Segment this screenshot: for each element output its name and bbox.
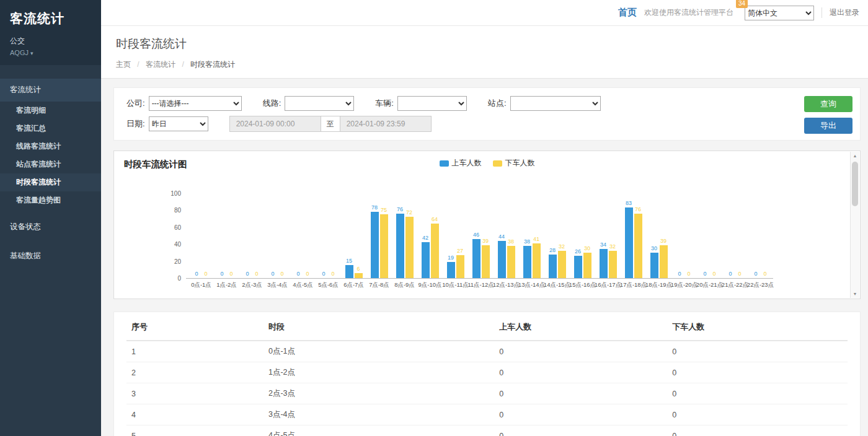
bar-value-label: 38	[524, 238, 530, 245]
bar[interactable]	[583, 253, 591, 278]
bar-value-label: 38	[508, 238, 514, 245]
bar[interactable]	[498, 241, 506, 278]
bar[interactable]	[507, 246, 515, 278]
chart-scrollbar[interactable]: ▲ ▼	[850, 152, 859, 298]
bar-value-label: 0	[296, 271, 299, 277]
bar-value-label: 64	[432, 216, 438, 223]
legend-item[interactable]: 上车人数	[440, 158, 482, 168]
bar[interactable]	[600, 249, 608, 278]
bar-group: 343216点-17点	[595, 194, 621, 278]
sidebar-header: 客流统计 公交 AQGJ ▾	[0, 0, 101, 65]
bar-group: 004点-5点	[290, 194, 316, 278]
language-select[interactable]: 简体中文	[745, 6, 814, 20]
table-cell: 2点-3点	[264, 383, 494, 404]
logout-link[interactable]: 退出登录	[822, 7, 859, 18]
x-tick-label: 11点-12点	[467, 281, 494, 289]
bar[interactable]	[447, 262, 455, 278]
bar[interactable]	[533, 243, 541, 278]
query-button[interactable]: 查询	[804, 96, 852, 112]
notification-badge[interactable]: 34	[736, 0, 748, 8]
table-cell: 0	[667, 383, 848, 404]
legend-label: 下车人数	[505, 158, 535, 168]
scroll-down-icon[interactable]: ▼	[851, 292, 859, 296]
breadcrumb-separator: /	[137, 60, 139, 69]
line-select[interactable]	[285, 96, 354, 111]
sidebar-item[interactable]: 时段客流统计	[0, 173, 101, 191]
bar[interactable]	[482, 245, 490, 278]
bar-value-label: 0	[687, 271, 690, 277]
bar[interactable]	[609, 251, 617, 278]
line-label: 线路:	[263, 98, 281, 109]
bar-group: 003点-4点	[265, 194, 290, 278]
sidebar-item[interactable]: 线路客流统计	[0, 137, 101, 155]
sidebar-section-3[interactable]: 基础数据	[0, 245, 101, 268]
sidebar-item[interactable]: 客流汇总	[0, 120, 101, 137]
bar[interactable]	[549, 255, 557, 278]
page-head: 时段客流统计 主页 / 客流统计 / 时段客流统计	[101, 26, 868, 79]
org-code-dropdown[interactable]: AQGJ ▾	[10, 49, 91, 56]
y-tick-label: 80	[159, 207, 181, 214]
line-filter: 线路:	[263, 96, 355, 111]
bar[interactable]	[625, 207, 633, 278]
sidebar: 客流统计 公交 AQGJ ▾ 客流统计客流明细客流汇总线路客流统计站点客流统计时…	[0, 0, 101, 436]
bar[interactable]	[396, 214, 404, 278]
bar[interactable]	[472, 239, 480, 278]
bar-value-label: 0	[229, 271, 232, 277]
vehicle-select[interactable]	[397, 96, 467, 111]
x-tick-label: 10点-11点	[442, 281, 469, 289]
home-link[interactable]: 首页	[618, 7, 637, 19]
bar[interactable]	[558, 251, 566, 278]
bar[interactable]	[345, 265, 353, 278]
bar-value-label: 76	[635, 206, 641, 213]
date-preset-select[interactable]: 昨日	[149, 116, 208, 131]
bar[interactable]	[380, 214, 388, 278]
sidebar-section-2[interactable]: 设备状态	[0, 216, 101, 238]
table-cell: 1点-2点	[264, 362, 494, 383]
bar-value-label: 0	[728, 271, 732, 277]
station-select[interactable]	[510, 96, 601, 111]
bar-group: 443812点-13点	[494, 194, 519, 278]
bar[interactable]	[431, 224, 439, 278]
table-cell: 4	[126, 404, 264, 425]
bar-group: 463911点-12点	[468, 194, 494, 278]
sidebar-item[interactable]: 客流量趋势图	[0, 191, 101, 209]
filter-row-1: 公司: ---请选择--- 线路: 车辆: 站点:	[126, 96, 848, 111]
bar[interactable]	[422, 242, 430, 278]
sidebar-item[interactable]: 站点客流统计	[0, 155, 101, 173]
x-tick-label: 21点-22点	[722, 281, 748, 289]
bar-value-label: 72	[406, 209, 412, 216]
company-select[interactable]: ---请选择---	[149, 96, 242, 111]
sidebar-section-1[interactable]: 客流统计	[0, 79, 101, 102]
bar-group: 283214点-15点	[544, 194, 570, 278]
breadcrumb-section[interactable]: 客流统计	[146, 60, 175, 69]
scroll-up-icon[interactable]: ▲	[851, 154, 859, 158]
bar[interactable]	[523, 246, 531, 278]
bar[interactable]	[405, 217, 414, 278]
date-start-input[interactable]	[229, 116, 321, 132]
bar-value-label: 0	[204, 271, 207, 277]
bar[interactable]	[574, 256, 582, 278]
bar-group: 005点-6点	[316, 194, 341, 278]
scrollbar-thumb[interactable]	[852, 162, 858, 206]
table-header-cell: 序号	[126, 313, 264, 341]
bar-value-label: 0	[678, 271, 681, 277]
table-header-cell: 时段	[264, 313, 494, 341]
bar[interactable]	[456, 255, 464, 278]
sidebar-item[interactable]: 客流明细	[0, 102, 101, 120]
bar[interactable]	[371, 212, 379, 278]
bar-value-label: 0	[255, 271, 258, 277]
main-area: 首页 欢迎使用客流统计管理平台 34 简体中文 退出登录 时段客流统计 主页 /…	[101, 0, 868, 436]
date-end-input[interactable]	[340, 116, 432, 132]
bar[interactable]	[355, 273, 363, 278]
content: 公司: ---请选择--- 线路: 车辆: 站点:	[101, 79, 868, 436]
table-row: 54点-5点00	[126, 425, 848, 436]
export-button[interactable]: 导出	[804, 118, 852, 134]
bar-value-label: 44	[498, 233, 505, 240]
breadcrumb-home[interactable]: 主页	[116, 60, 131, 69]
legend-item[interactable]: 下车人数	[493, 158, 535, 168]
bar[interactable]	[634, 214, 642, 278]
bar[interactable]	[650, 253, 658, 278]
bar[interactable]	[660, 245, 668, 278]
vehicle-label: 车辆:	[375, 98, 394, 109]
x-tick-label: 17点-18点	[620, 281, 647, 289]
